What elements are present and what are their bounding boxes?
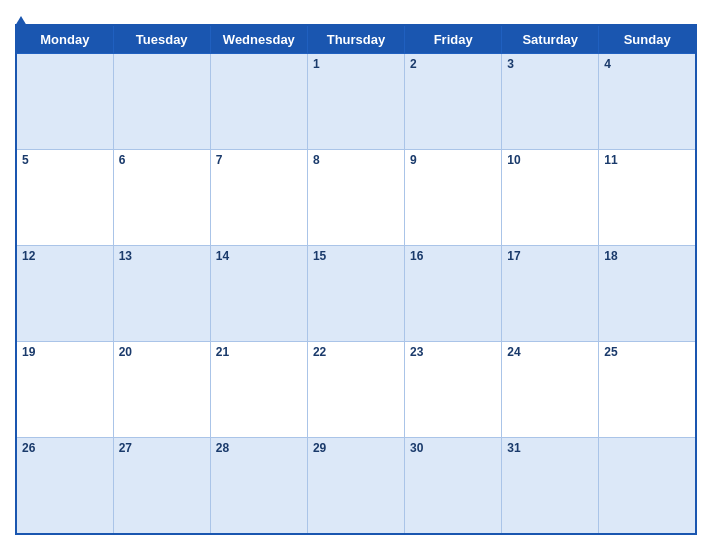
calendar-day-cell: 11 xyxy=(599,150,696,246)
day-number: 21 xyxy=(216,345,229,359)
calendar-week-row: 1234 xyxy=(16,54,696,150)
day-number: 13 xyxy=(119,249,132,263)
calendar-day-cell: 17 xyxy=(502,246,599,342)
calendar-day-cell xyxy=(16,54,113,150)
calendar-day-cell: 1 xyxy=(307,54,404,150)
day-number: 25 xyxy=(604,345,617,359)
day-number: 9 xyxy=(410,153,417,167)
calendar-day-cell: 29 xyxy=(307,438,404,534)
day-number: 22 xyxy=(313,345,326,359)
day-number: 30 xyxy=(410,441,423,455)
calendar-day-cell xyxy=(599,438,696,534)
weekday-header-friday: Friday xyxy=(405,25,502,54)
logo-blue-text xyxy=(15,16,29,26)
calendar-day-cell: 15 xyxy=(307,246,404,342)
day-number: 15 xyxy=(313,249,326,263)
calendar-day-cell: 20 xyxy=(113,342,210,438)
calendar-day-cell xyxy=(113,54,210,150)
calendar-day-cell: 22 xyxy=(307,342,404,438)
day-number: 24 xyxy=(507,345,520,359)
weekday-header-tuesday: Tuesday xyxy=(113,25,210,54)
weekday-header-monday: Monday xyxy=(16,25,113,54)
weekday-header-thursday: Thursday xyxy=(307,25,404,54)
day-number: 8 xyxy=(313,153,320,167)
calendar-day-cell: 24 xyxy=(502,342,599,438)
calendar-day-cell: 19 xyxy=(16,342,113,438)
calendar-day-cell xyxy=(210,54,307,150)
day-number: 3 xyxy=(507,57,514,71)
calendar-day-cell: 13 xyxy=(113,246,210,342)
weekday-header-saturday: Saturday xyxy=(502,25,599,54)
calendar-day-cell: 31 xyxy=(502,438,599,534)
calendar-day-cell: 8 xyxy=(307,150,404,246)
day-number: 20 xyxy=(119,345,132,359)
calendar-table: MondayTuesdayWednesdayThursdayFridaySatu… xyxy=(15,24,697,535)
calendar-day-cell: 23 xyxy=(405,342,502,438)
calendar-header xyxy=(15,10,697,24)
calendar-day-cell: 27 xyxy=(113,438,210,534)
calendar-day-cell: 30 xyxy=(405,438,502,534)
day-number: 6 xyxy=(119,153,126,167)
calendar-week-row: 12131415161718 xyxy=(16,246,696,342)
weekday-header-sunday: Sunday xyxy=(599,25,696,54)
calendar-day-cell: 5 xyxy=(16,150,113,246)
day-number: 28 xyxy=(216,441,229,455)
calendar-day-cell: 16 xyxy=(405,246,502,342)
calendar-day-cell: 14 xyxy=(210,246,307,342)
day-number: 5 xyxy=(22,153,29,167)
calendar-day-cell: 2 xyxy=(405,54,502,150)
day-number: 19 xyxy=(22,345,35,359)
day-number: 29 xyxy=(313,441,326,455)
calendar-day-cell: 21 xyxy=(210,342,307,438)
calendar-day-cell: 9 xyxy=(405,150,502,246)
day-number: 31 xyxy=(507,441,520,455)
day-number: 10 xyxy=(507,153,520,167)
calendar-day-cell: 7 xyxy=(210,150,307,246)
calendar-day-cell: 3 xyxy=(502,54,599,150)
calendar-week-row: 567891011 xyxy=(16,150,696,246)
day-number: 23 xyxy=(410,345,423,359)
day-number: 11 xyxy=(604,153,617,167)
calendar-week-row: 262728293031 xyxy=(16,438,696,534)
day-number: 17 xyxy=(507,249,520,263)
calendar-day-cell: 25 xyxy=(599,342,696,438)
calendar-day-cell: 6 xyxy=(113,150,210,246)
logo xyxy=(15,16,29,26)
day-number: 2 xyxy=(410,57,417,71)
day-number: 18 xyxy=(604,249,617,263)
weekday-header-row: MondayTuesdayWednesdayThursdayFridaySatu… xyxy=(16,25,696,54)
calendar-day-cell: 18 xyxy=(599,246,696,342)
calendar-day-cell: 10 xyxy=(502,150,599,246)
day-number: 4 xyxy=(604,57,611,71)
day-number: 16 xyxy=(410,249,423,263)
calendar-day-cell: 4 xyxy=(599,54,696,150)
calendar-week-row: 19202122232425 xyxy=(16,342,696,438)
day-number: 7 xyxy=(216,153,223,167)
day-number: 12 xyxy=(22,249,35,263)
day-number: 26 xyxy=(22,441,35,455)
day-number: 27 xyxy=(119,441,132,455)
calendar-day-cell: 28 xyxy=(210,438,307,534)
weekday-header-wednesday: Wednesday xyxy=(210,25,307,54)
calendar-day-cell: 26 xyxy=(16,438,113,534)
logo-triangle-icon xyxy=(15,16,27,26)
calendar-day-cell: 12 xyxy=(16,246,113,342)
day-number: 1 xyxy=(313,57,320,71)
day-number: 14 xyxy=(216,249,229,263)
